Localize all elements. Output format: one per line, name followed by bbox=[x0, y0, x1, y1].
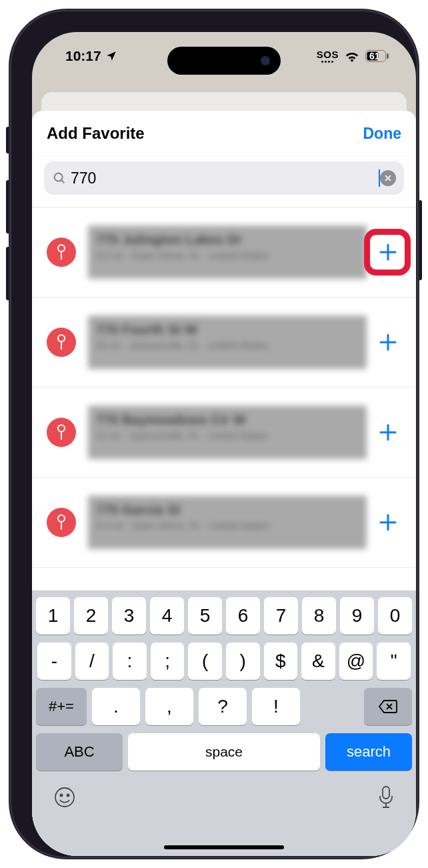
location-arrow-icon bbox=[105, 50, 117, 62]
add-favorite-button[interactable] bbox=[375, 239, 401, 266]
result-row[interactable]: 770 Julington Lakes Dr4.2 mi · Saint Joh… bbox=[32, 207, 416, 298]
key-punctuation[interactable]: ? bbox=[199, 688, 247, 725]
result-title: 770 Garcia St bbox=[96, 502, 359, 518]
result-title: 770 Baymeadows Cir W bbox=[96, 412, 359, 428]
key-3[interactable]: 3 bbox=[112, 597, 146, 634]
key-space[interactable]: space bbox=[128, 733, 320, 771]
network-sos: SOS bbox=[317, 49, 339, 63]
key-symbol[interactable]: " bbox=[377, 642, 411, 680]
key-symbol[interactable]: - bbox=[37, 642, 71, 680]
search-icon bbox=[52, 171, 67, 185]
pin-icon bbox=[47, 238, 76, 267]
plus-icon bbox=[378, 332, 398, 352]
key-symbol[interactable]: : bbox=[113, 642, 147, 680]
svg-point-27 bbox=[67, 794, 69, 796]
battery-percent: 61 bbox=[369, 51, 380, 61]
keyboard-row-2: -/:;()$&@" bbox=[36, 642, 412, 680]
screen: 10:17 SOS 61 Add Favorite Done bbox=[32, 32, 416, 856]
home-indicator[interactable] bbox=[164, 845, 284, 849]
keyboard-row-3: #+= .,?! bbox=[36, 688, 412, 725]
key-symbol[interactable]: ; bbox=[151, 642, 185, 680]
emoji-keyboard-button[interactable] bbox=[53, 786, 76, 811]
svg-point-19 bbox=[58, 515, 65, 522]
key-symbol-mode[interactable]: #+= bbox=[36, 688, 87, 725]
microphone-icon bbox=[377, 785, 395, 809]
xmark-icon bbox=[384, 174, 392, 182]
result-row[interactable]: 770 Fourth St W20 mi · Jacksonville, FL … bbox=[32, 298, 416, 388]
result-subtitle: 4.2 mi · Saint Johns, FL · United States bbox=[96, 250, 359, 261]
svg-point-11 bbox=[58, 335, 65, 342]
add-favorite-button[interactable] bbox=[375, 329, 401, 356]
key-symbol[interactable]: / bbox=[75, 642, 109, 680]
key-symbol[interactable]: $ bbox=[264, 642, 298, 680]
key-1[interactable]: 1 bbox=[36, 597, 70, 634]
result-redacted-body: 770 Fourth St W20 mi · Jacksonville, FL … bbox=[88, 316, 367, 369]
key-abc-mode[interactable]: ABC bbox=[36, 733, 123, 771]
search-field[interactable] bbox=[44, 161, 404, 195]
result-redacted-body: 770 Julington Lakes Dr4.2 mi · Saint Joh… bbox=[88, 226, 367, 279]
svg-point-7 bbox=[58, 245, 65, 252]
key-symbol[interactable]: ( bbox=[188, 642, 222, 680]
result-subtitle: 20 mi · Jacksonville, FL · United States bbox=[96, 340, 359, 351]
emoji-icon bbox=[53, 786, 76, 809]
add-favorite-button[interactable] bbox=[375, 419, 401, 446]
keyboard: 1234567890 -/:;()$&@" #+= .,?! ABC space… bbox=[32, 590, 416, 856]
result-title: 770 Julington Lakes Dr bbox=[96, 232, 359, 248]
result-redacted-body: 770 Garcia St6.3 mi · Saint Johns, FL · … bbox=[88, 496, 367, 549]
add-favorite-button[interactable] bbox=[375, 509, 401, 536]
pin-icon bbox=[47, 508, 76, 537]
pin-icon bbox=[47, 418, 76, 447]
svg-rect-28 bbox=[383, 787, 389, 799]
result-redacted-body: 770 Baymeadows Cir W12 mi · Jacksonville… bbox=[88, 406, 367, 459]
search-input[interactable] bbox=[71, 169, 380, 187]
pin-icon bbox=[47, 328, 76, 357]
wifi-icon bbox=[344, 50, 360, 62]
done-button[interactable]: Done bbox=[363, 124, 402, 142]
svg-point-25 bbox=[55, 788, 74, 807]
key-5[interactable]: 5 bbox=[188, 597, 222, 634]
key-search-action[interactable]: search bbox=[325, 733, 412, 771]
keyboard-row-1: 1234567890 bbox=[36, 597, 412, 634]
result-title: 770 Fourth St W bbox=[96, 322, 359, 338]
key-0[interactable]: 0 bbox=[378, 597, 412, 634]
page-title: Add Favorite bbox=[47, 124, 145, 143]
clear-search-button[interactable] bbox=[380, 170, 396, 186]
phone-side-button bbox=[418, 200, 422, 280]
svg-rect-2 bbox=[387, 53, 389, 59]
svg-point-15 bbox=[58, 425, 65, 432]
status-left: 10:17 bbox=[65, 48, 117, 64]
key-2[interactable]: 2 bbox=[74, 597, 108, 634]
key-8[interactable]: 8 bbox=[302, 597, 336, 634]
result-subtitle: 12 mi · Jacksonville, FL · United States bbox=[96, 430, 359, 441]
result-row[interactable]: 770 Baymeadows Cir W12 mi · Jacksonville… bbox=[32, 388, 416, 478]
dynamic-island bbox=[167, 47, 281, 75]
svg-line-4 bbox=[61, 180, 64, 183]
result-subtitle: 6.3 mi · Saint Johns, FL · United States bbox=[96, 520, 359, 531]
status-time: 10:17 bbox=[65, 48, 101, 64]
plus-icon bbox=[378, 242, 398, 262]
key-punctuation[interactable]: ! bbox=[252, 688, 300, 725]
key-4[interactable]: 4 bbox=[150, 597, 184, 634]
battery-indicator: 61 bbox=[365, 50, 389, 62]
svg-point-3 bbox=[55, 173, 63, 181]
dictation-button[interactable] bbox=[377, 785, 395, 811]
plus-icon bbox=[378, 422, 398, 442]
search-bar-container bbox=[32, 156, 416, 207]
keyboard-row-4: ABC space search bbox=[36, 733, 412, 771]
result-row[interactable]: 770 Garcia St6.3 mi · Saint Johns, FL · … bbox=[32, 478, 416, 568]
key-symbol[interactable]: ) bbox=[226, 642, 260, 680]
key-7[interactable]: 7 bbox=[264, 597, 298, 634]
keyboard-bottom-row bbox=[36, 776, 412, 811]
key-symbol[interactable]: @ bbox=[339, 642, 373, 680]
status-right: SOS 61 bbox=[317, 49, 389, 63]
svg-point-26 bbox=[60, 794, 62, 796]
key-delete[interactable] bbox=[364, 688, 412, 725]
plus-icon bbox=[378, 512, 398, 532]
modal-header: Add Favorite Done bbox=[32, 111, 416, 156]
delete-icon bbox=[378, 699, 398, 714]
key-punctuation[interactable]: . bbox=[92, 688, 140, 725]
key-6[interactable]: 6 bbox=[226, 597, 260, 634]
key-punctuation[interactable]: , bbox=[145, 688, 193, 725]
key-9[interactable]: 9 bbox=[340, 597, 374, 634]
key-symbol[interactable]: & bbox=[301, 642, 335, 680]
